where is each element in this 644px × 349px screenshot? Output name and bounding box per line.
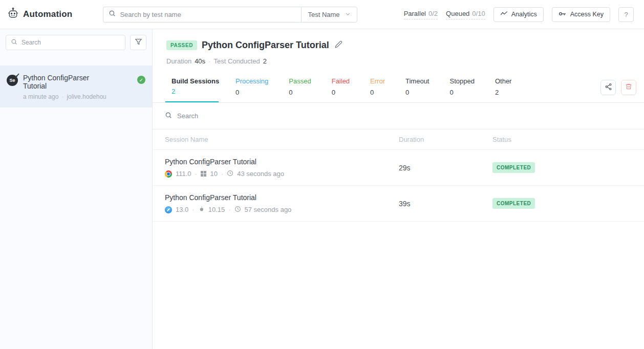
- chrome-icon: [165, 170, 172, 178]
- parallel-stat[interactable]: Parallel 0/2: [404, 10, 438, 19]
- dot-separator: ·: [221, 170, 223, 178]
- access-key-button[interactable]: Access Key: [552, 7, 610, 22]
- search-icon: [109, 10, 116, 19]
- delete-button[interactable]: [621, 80, 636, 95]
- robot-icon: [7, 8, 19, 21]
- column-session-name: Session Name: [165, 136, 399, 143]
- search-type-dropdown[interactable]: Test Name: [301, 7, 357, 23]
- analytics-chart-icon: [500, 11, 508, 18]
- selenium-badge-text: Se: [9, 78, 15, 83]
- key-icon: [559, 11, 567, 18]
- session-status-badge: COMPLETED: [492, 198, 535, 209]
- tab-passed[interactable]: Passed 0: [289, 72, 311, 102]
- sessions-table-header: Session Name Duration Status: [153, 129, 644, 150]
- parallel-label: Parallel: [404, 10, 426, 17]
- page-title: Automation: [23, 9, 72, 19]
- tab-count: 0: [370, 89, 385, 96]
- dot-separator: ·: [61, 93, 63, 100]
- session-time: 57 seconds ago: [245, 206, 292, 213]
- windows-icon: [201, 171, 207, 177]
- tab-count: 2: [171, 88, 219, 95]
- search-type-value: Test Name: [308, 11, 339, 18]
- tab-stopped[interactable]: Stopped 0: [449, 72, 474, 102]
- safari-icon: [165, 206, 172, 213]
- browser-version: 13.0: [176, 206, 188, 213]
- tab-count: 0: [235, 89, 268, 96]
- session-status-tabs: Build Sessions 2 Processing 0 Passed 0 F…: [153, 72, 644, 103]
- status-badge: PASSED: [166, 40, 197, 50]
- tab-error[interactable]: Error 0: [370, 72, 385, 102]
- session-name: Python ConfigParser Tutorial: [165, 158, 399, 166]
- tab-label: Build Sessions: [171, 77, 219, 85]
- table-row[interactable]: Python ConfigParser Tutorial 111.0 · 10 …: [153, 150, 644, 186]
- help-button[interactable]: ?: [618, 7, 634, 22]
- os-version: 10.15: [208, 206, 225, 213]
- tab-count: 0: [405, 89, 429, 96]
- session-search-input[interactable]: [177, 112, 644, 120]
- tab-label: Processing: [235, 77, 268, 85]
- passed-check-icon: ✓: [137, 76, 145, 84]
- tab-label: Other: [495, 77, 512, 85]
- dot-separator: ·: [208, 57, 210, 65]
- tab-other[interactable]: Other 2: [495, 72, 512, 102]
- parallel-value: 0/2: [428, 10, 438, 17]
- filter-button[interactable]: [130, 35, 146, 50]
- sidebar-build-item[interactable]: Se ✓ Python ConfigParser Tutorial a minu…: [0, 66, 152, 107]
- analytics-button[interactable]: Analytics: [493, 7, 544, 22]
- duration-value: 40s: [195, 57, 205, 65]
- dot-separator: ·: [192, 206, 194, 213]
- tab-timeout[interactable]: Timeout 0: [405, 72, 429, 102]
- tab-label: Stopped: [449, 77, 474, 85]
- share-button[interactable]: [600, 80, 616, 95]
- question-icon: ?: [624, 11, 628, 18]
- column-status: Status: [492, 136, 644, 143]
- queued-label: Queued: [446, 10, 469, 17]
- sidebar-search-input[interactable]: [22, 39, 120, 46]
- apple-icon: [198, 206, 205, 214]
- tab-count: 2: [495, 89, 512, 96]
- tab-label: Passed: [289, 77, 311, 85]
- tab-label: Timeout: [405, 77, 429, 85]
- chevron-down-icon: [345, 11, 351, 18]
- session-status-badge: COMPLETED: [492, 162, 535, 173]
- session-duration: 39s: [399, 200, 492, 208]
- dot-separator: ·: [195, 170, 197, 178]
- top-header: Automation Test Name Parallel 0/2 Queued…: [0, 0, 644, 29]
- tab-count: 0: [449, 89, 474, 96]
- sidebar-search-box: [6, 35, 125, 50]
- tab-count: 0: [289, 89, 311, 96]
- tab-build-sessions[interactable]: Build Sessions 2: [165, 72, 219, 102]
- check-overlay-icon: ✓: [15, 72, 20, 79]
- app-logo: Automation: [7, 8, 72, 21]
- queued-stat[interactable]: Queued 0/10: [446, 10, 485, 19]
- test-search-box: [103, 7, 301, 23]
- table-row[interactable]: Python ConfigParser Tutorial 13.0 · 10.1…: [153, 186, 644, 222]
- tab-failed[interactable]: Failed 0: [332, 72, 350, 102]
- builds-sidebar: Se ✓ Python ConfigParser Tutorial a minu…: [0, 29, 153, 349]
- duration-label: Duration: [166, 57, 191, 65]
- session-name: Python ConfigParser Tutorial: [165, 193, 399, 202]
- queued-value: 0/10: [472, 10, 485, 17]
- build-time: a minute ago: [23, 93, 58, 100]
- funnel-icon: [135, 38, 142, 48]
- selenium-icon: Se ✓: [7, 75, 18, 86]
- browser-version: 111.0: [176, 170, 191, 178]
- clock-icon: [227, 170, 233, 178]
- sidebar-build-title: Python ConfigParser Tutorial: [23, 74, 100, 90]
- tab-label: Error: [370, 77, 385, 85]
- tab-processing[interactable]: Processing 0: [235, 72, 268, 102]
- analytics-label: Analytics: [511, 11, 537, 18]
- search-icon: [11, 38, 17, 47]
- dot-separator: ·: [228, 206, 230, 213]
- test-search-input[interactable]: [120, 11, 296, 18]
- test-search-group: Test Name: [103, 7, 357, 23]
- os-version: 10: [210, 170, 217, 178]
- search-icon: [165, 112, 172, 121]
- build-detail-panel: PASSED Python ConfigParser Tutorial Dura…: [153, 29, 644, 349]
- access-key-label: Access Key: [570, 11, 604, 18]
- edit-title-button[interactable]: [334, 39, 344, 51]
- build-user: jolive.hodehou: [67, 93, 106, 100]
- tests-conducted-value: 2: [263, 57, 267, 65]
- clock-icon: [234, 206, 241, 214]
- tab-count: 0: [332, 89, 350, 96]
